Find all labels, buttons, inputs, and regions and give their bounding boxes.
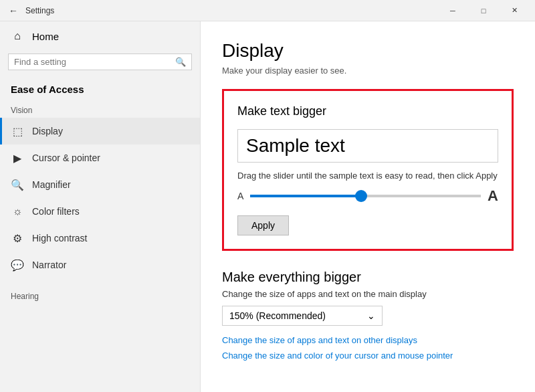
high-contrast-icon: ⚙ (11, 231, 24, 245)
vision-section-title: Vision (0, 100, 200, 118)
sidebar-home-label: Home (32, 31, 59, 42)
ease-of-access-label: Ease of Access (0, 78, 200, 100)
cursor-link[interactable]: Change the size and color of your cursor… (222, 351, 514, 361)
sample-text-display: Sample text (237, 129, 498, 163)
sidebar-item-magnifier[interactable]: 🔍 Magnifier (0, 171, 200, 198)
size-dropdown[interactable]: 150% (Recommended) ⌄ (222, 306, 383, 326)
sidebar: ⌂ Home 🔍 Ease of Access Vision ⬚ Display… (0, 21, 201, 392)
slider-track (250, 195, 481, 197)
make-text-bigger-section: Make text bigger Sample text Drag the sl… (222, 89, 514, 251)
slider-instruction: Drag the slider until the sample text is… (237, 171, 498, 181)
cursor-icon: ▶ (11, 151, 24, 165)
slider-container[interactable] (250, 189, 481, 203)
home-icon: ⌂ (11, 29, 24, 43)
sidebar-item-high-contrast[interactable]: ⚙ High contrast (0, 225, 200, 252)
make-everything-bigger-desc: Change the size of apps and text on the … (222, 289, 514, 299)
slider-thumb[interactable] (355, 190, 367, 202)
sidebar-item-magnifier-label: Magnifier (32, 179, 71, 190)
hearing-section-title: Hearing (0, 286, 200, 304)
sidebar-item-display-label: Display (32, 126, 63, 136)
sidebar-item-cursor-label: Cursor & pointer (32, 153, 100, 163)
sidebar-item-home[interactable]: ⌂ Home (0, 21, 200, 51)
title-bar: ← Settings ─ □ ✕ (0, 0, 535, 21)
title-bar-text: Settings (25, 6, 54, 15)
slider-max-label: A (488, 187, 498, 205)
page-subtitle: Make your display easier to see. (222, 66, 514, 76)
other-displays-link[interactable]: Change the size of apps and text on othe… (222, 335, 514, 345)
sidebar-search-box[interactable]: 🔍 (8, 54, 192, 70)
sidebar-item-display[interactable]: ⬚ Display (0, 118, 200, 144)
chevron-down-icon: ⌄ (367, 310, 375, 321)
display-icon: ⬚ (11, 124, 24, 138)
title-bar-controls: ─ □ ✕ (437, 0, 530, 21)
color-filters-icon: ☼ (11, 205, 24, 218)
slider-fill (250, 195, 360, 197)
slider-row: A A (237, 187, 498, 205)
search-icon: 🔍 (175, 57, 186, 67)
sidebar-item-cursor[interactable]: ▶ Cursor & pointer (0, 144, 200, 171)
page-title: Display (222, 40, 514, 62)
make-everything-bigger-heading: Make everything bigger (222, 270, 514, 285)
maximize-button[interactable]: □ (468, 0, 499, 21)
sidebar-item-high-contrast-label: High contrast (32, 233, 87, 243)
apply-button[interactable]: Apply (237, 215, 289, 235)
close-button[interactable]: ✕ (499, 0, 530, 21)
back-button[interactable]: ← (5, 3, 21, 19)
sidebar-item-narrator-label: Narrator (32, 260, 66, 270)
narrator-icon: 💬 (11, 258, 24, 272)
dropdown-value: 150% (Recommended) (229, 310, 326, 321)
app-body: ⌂ Home 🔍 Ease of Access Vision ⬚ Display… (0, 21, 535, 392)
main-content: Display Make your display easier to see.… (201, 21, 535, 392)
magnifier-icon: 🔍 (11, 178, 24, 191)
sidebar-item-narrator[interactable]: 💬 Narrator (0, 252, 200, 278)
sidebar-item-color-filters[interactable]: ☼ Color filters (0, 198, 200, 225)
make-text-bigger-heading: Make text bigger (237, 104, 498, 118)
sidebar-item-color-filters-label: Color filters (32, 206, 80, 217)
minimize-button[interactable]: ─ (437, 0, 468, 21)
slider-min-label: A (237, 191, 243, 201)
search-input[interactable] (14, 57, 175, 67)
